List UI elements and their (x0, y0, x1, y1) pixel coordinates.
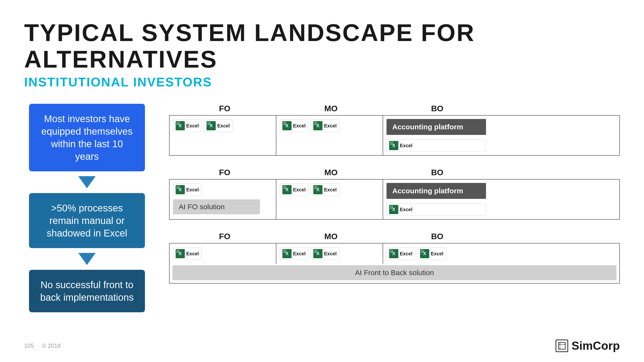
col-header-mo-1: MO (278, 104, 384, 113)
diagram-row-1: FO MO BO X Excel X Excel (169, 104, 620, 156)
col-headers-3: FO MO BO (169, 232, 620, 241)
col-headers-2: FO MO BO (169, 168, 620, 177)
excel-icon: X (176, 249, 185, 258)
excel-badge: X Excel (418, 247, 446, 260)
excel-badge: X Excel (311, 119, 339, 132)
excel-badge: X Excel (173, 119, 202, 132)
excel-badge: X Excel (386, 203, 486, 216)
excel-icon: X (282, 121, 292, 130)
excel-badge: X Excel (311, 183, 339, 196)
footer-left: 105 © 2018 (24, 343, 61, 349)
excel-badge: X Excel (280, 119, 308, 132)
row-box-1: X Excel X Excel X Excel (169, 115, 620, 156)
flow-box-3: No successful front to back implementati… (29, 270, 145, 312)
footer: 105 © 2018 SimCorp (24, 339, 620, 352)
excel-badge: X Excel (173, 183, 202, 196)
copyright: © 2018 (42, 343, 61, 349)
content-area: Most investors have equipped themselves … (24, 104, 620, 312)
excel-badge: X Excel (280, 247, 308, 260)
excel-badge: X Excel (386, 139, 486, 152)
excel-icon: X (282, 249, 292, 258)
simcorp-logo-icon (558, 342, 566, 350)
col-header-fo-1: FO (172, 104, 278, 113)
ai-fo-bar: AI FO solution (173, 199, 260, 214)
simcorp-name: SimCorp (572, 339, 620, 352)
excel-badge: X Excel (311, 247, 339, 260)
col-header-bo-3: BO (384, 232, 490, 241)
excel-icon: X (389, 205, 398, 214)
accounting-platform-1: Accounting platform (386, 119, 486, 135)
simcorp-icon (556, 340, 568, 352)
row-box-3: X Excel X Excel X (169, 243, 620, 284)
row2-mo: X Excel X Excel (276, 180, 383, 219)
row1-bo: Accounting platform X Excel (383, 116, 490, 155)
excel-icon: X (389, 249, 398, 258)
row3-mo: X Excel X Excel (276, 244, 383, 264)
excel-badge: X Excel (173, 247, 202, 260)
arrow-2 (78, 253, 96, 265)
left-column: Most investors have equipped themselves … (24, 104, 150, 312)
diagram-row-2: FO MO BO X Excel AI FO solution (169, 168, 620, 220)
excel-icon: X (313, 121, 322, 130)
row-box-2: X Excel AI FO solution X Excel (169, 179, 620, 220)
excel-icon: X (313, 185, 322, 194)
row2-fo: X Excel AI FO solution (170, 180, 276, 219)
col-header-mo-3: MO (278, 232, 384, 241)
row3-fo: X Excel (170, 244, 276, 264)
col-headers-1: FO MO BO (169, 104, 620, 113)
row2-bo: Accounting platform X Excel (383, 180, 490, 219)
page-number: 105 (24, 343, 34, 349)
col-header-bo-1: BO (384, 104, 490, 113)
excel-icon: X (206, 121, 216, 130)
arrow-1 (78, 176, 96, 188)
row1-mo: X Excel X Excel (276, 116, 383, 155)
excel-badge: X Excel (386, 247, 415, 260)
accounting-platform-2: Accounting platform (386, 183, 486, 199)
row1-fo: X Excel X Excel (170, 116, 276, 155)
excel-icon: X (313, 249, 322, 258)
col-header-bo-2: BO (384, 168, 490, 177)
excel-icon: X (420, 249, 429, 258)
header: TYPICAL SYSTEM LANDSCAPE FOR ALTERNATIVE… (24, 19, 620, 89)
col-header-mo-2: MO (278, 168, 384, 177)
simcorp-logo: SimCorp (556, 339, 620, 352)
svg-rect-0 (558, 343, 565, 349)
excel-badge: X Excel (204, 119, 232, 132)
excel-icon: X (389, 141, 398, 150)
excel-badge: X Excel (280, 183, 308, 196)
slide: TYPICAL SYSTEM LANDSCAPE FOR ALTERNATIVE… (0, 0, 644, 362)
flow-box-2: >50% processes remain manual or shadowed… (29, 193, 145, 248)
diagram-row-3: FO MO BO X Excel (169, 232, 620, 284)
right-column: FO MO BO X Excel X Excel (169, 104, 620, 312)
row3-bo: X Excel X Excel (383, 244, 490, 264)
col-header-fo-2: FO (172, 168, 278, 177)
col-header-fo-3: FO (172, 232, 278, 241)
page-title: TYPICAL SYSTEM LANDSCAPE FOR ALTERNATIVE… (24, 19, 620, 72)
excel-icon: X (282, 185, 292, 194)
ai-front-to-back-bar: AI Front to Back solution (172, 265, 616, 280)
excel-icon: X (176, 185, 185, 194)
page-subtitle: INSTITUTIONAL INVESTORS (24, 75, 620, 89)
flow-box-1: Most investors have equipped themselves … (29, 104, 145, 171)
excel-icon: X (176, 121, 185, 130)
